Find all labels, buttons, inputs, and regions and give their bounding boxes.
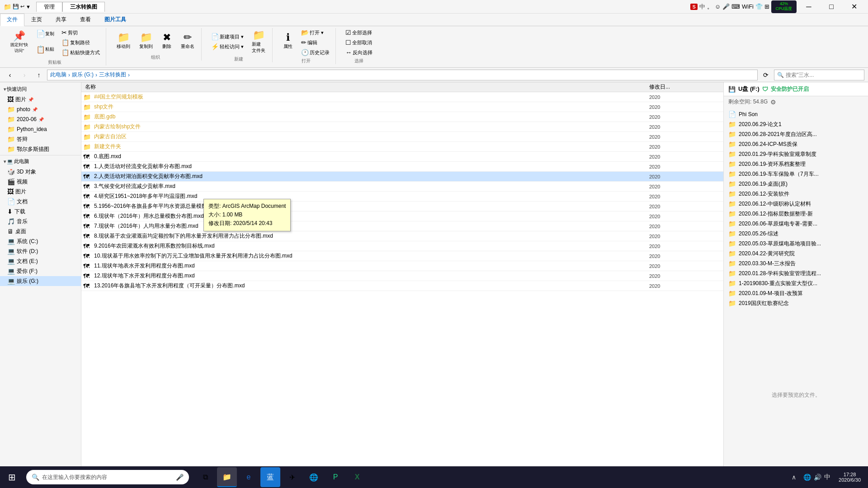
table-row[interactable]: 🗺 9.2016年农田灌溉水有效利用系数控制目标线.mxd 2020 — [81, 241, 723, 251]
edit-button[interactable]: ✏编辑 — [299, 38, 332, 47]
invert-select-button[interactable]: ↔反向选择 — [343, 48, 375, 57]
search-input[interactable] — [786, 72, 861, 78]
taskbar-item-ie[interactable]: e — [239, 467, 259, 487]
table-row[interactable]: 🗺 4.研究区1951~2018年多年平均温湿图.mxd 2020 — [81, 192, 723, 202]
select-all-button[interactable]: ☑全部选择 — [343, 28, 374, 37]
taskbar-item-explorer[interactable]: 📁 — [217, 467, 237, 487]
list-item[interactable]: 📁 2020.06.12-指标层数据整理-新 — [724, 209, 868, 219]
copy-path-button[interactable]: 📋复制路径 — [59, 38, 102, 47]
new-folder-button[interactable]: 📁 新建文件夹 — [249, 28, 269, 55]
taskbar-item-excel[interactable]: X — [347, 467, 367, 487]
up-button[interactable]: ↑ — [33, 70, 45, 80]
sidebar-item-d[interactable]: 💻 软件 (D:) — [0, 246, 81, 256]
taskbar-item-pycharm[interactable]: P — [326, 467, 345, 487]
list-item[interactable]: 📁 2020.05.26-综述 — [724, 229, 868, 239]
list-item[interactable]: 📁 2020.04.22-黄河研究院 — [724, 249, 868, 258]
sidebar-item-python[interactable]: 📁 Python_idea — [0, 124, 81, 134]
table-row[interactable]: 🗺 0.底图.mxd 2020 — [81, 152, 723, 162]
tab-manage[interactable]: 管理 — [36, 2, 62, 12]
copy-button[interactable]: 📄 复制 — [33, 28, 57, 39]
list-item[interactable]: 📁 2020.06.29-论文1 — [724, 119, 868, 129]
list-item[interactable]: 📁 2020.06.28-2021年度自治区高... — [724, 129, 868, 139]
sidebar-item-2020-06[interactable]: 📁 2020-06 📌 — [0, 114, 81, 124]
paste-button[interactable]: 📋 粘贴 — [33, 40, 57, 58]
list-item[interactable]: 📁 2020.06.12-中级职称认定材料 — [724, 199, 868, 209]
open-button[interactable]: 📂打开 ▾ — [299, 28, 332, 37]
list-item[interactable]: 📁 2019国庆红歌赛纪念 — [724, 298, 868, 308]
list-item[interactable]: 📁 2020.06.12-安装软件 — [724, 189, 868, 199]
tab-main[interactable]: 三水转换图 — [62, 2, 105, 12]
sidebar-section-this-pc[interactable]: ▾ 💻 此电脑 — [0, 156, 81, 167]
breadcrumb-folder[interactable]: 三水转换图 — [99, 71, 126, 79]
tab-picture-tools[interactable]: 图片工具 — [98, 14, 133, 26]
deselect-all-button[interactable]: ☐全部取消 — [343, 38, 374, 47]
sidebar-item-docs[interactable]: 📄 文档 — [0, 197, 81, 206]
sidebar-item-g[interactable]: 💻 娱乐 (G:) — [0, 276, 81, 286]
table-row[interactable]: 📁 内蒙古自治区 2020 — [81, 132, 723, 142]
move-to-button[interactable]: 📁 移动到 — [113, 30, 133, 51]
table-row[interactable]: 🗺 11.现状年地表水开发利用程度分布图.mxd 2020 — [81, 261, 723, 271]
tray-expand[interactable]: ∧ — [789, 474, 799, 481]
rename-button[interactable]: ✏ 重命名 — [178, 30, 198, 51]
table-row[interactable]: 🗺 12.现状年地下水开发利用程度分布图.mxd 2020 — [81, 271, 723, 281]
list-item[interactable]: 📁 1-20190830-重点实验室大型仪... — [724, 278, 868, 288]
taskbar-item-app2[interactable]: ✈ — [282, 467, 302, 487]
list-item[interactable]: 📁 2020.06.19-车车保险单（7月车... — [724, 169, 868, 179]
table-row[interactable]: 📁 shp文件 2020 — [81, 102, 723, 112]
volume-icon[interactable]: 🔊 — [814, 474, 821, 481]
maximize-button[interactable]: □ — [821, 0, 842, 14]
list-item[interactable]: 📁 2020.01.29-学科实验室规章制度 — [724, 149, 868, 159]
table-row[interactable]: 📁 底图.gdb 2020 — [81, 112, 723, 122]
sidebar-item-e[interactable]: 💻 文档 (E:) — [0, 256, 81, 266]
column-name[interactable]: 名称 — [83, 83, 649, 91]
list-item[interactable]: 📄 Phi Son — [724, 109, 868, 119]
new-item-button[interactable]: 📄新建项目 ▾ — [209, 32, 246, 41]
table-row[interactable]: 🗺 10.现状基于用水效率控制下的万元工业增加值用水量开发利用潜力占比分布图.m… — [81, 251, 723, 261]
network-icon[interactable]: 🌐 — [803, 474, 811, 481]
list-item[interactable]: 📁 2020.03.30-M-三水报告 — [724, 258, 868, 268]
tab-home[interactable]: 主页 — [24, 14, 49, 26]
pin-quick-access-button[interactable]: 📌 固定到"快访问" — [7, 28, 31, 55]
taskbar-item-app1[interactable]: 蓝 — [260, 467, 280, 487]
properties-button[interactable]: ℹ 属性 — [280, 30, 296, 55]
list-item[interactable]: 📁 2020.06.19-桌面(原) — [724, 179, 868, 189]
paste-shortcut-button[interactable]: 📋粘贴快捷方式 — [59, 48, 102, 57]
list-item[interactable]: 📁 2020.06.06-草原煤电专著-需要... — [724, 219, 868, 229]
ime-icon[interactable]: 中 — [824, 473, 830, 481]
taskbar-search[interactable]: 🔍 在这里输入你要搜索的内容 🎤 — [26, 470, 189, 484]
table-row[interactable]: 🗺 2.人类活动对湖泊面积变化贡献率分布图.mxd 2020 类型: ArcGI… — [81, 172, 723, 182]
close-button[interactable]: ✕ — [844, 0, 864, 14]
table-row[interactable]: 🗺 7.现状年（2016年）人均用水量分布图.mxd 2020 — [81, 221, 723, 231]
list-item[interactable]: 📁 2020.01.09-M-项目-改预算 — [724, 288, 868, 298]
start-button[interactable]: ⊞ — [0, 466, 24, 488]
table-row[interactable]: 🗺 13.2016年各旗县地下水开发利用程度（可开采量）分布图.mxd 2020 — [81, 281, 723, 291]
back-button[interactable]: ‹ — [4, 70, 16, 80]
tab-share[interactable]: 共享 — [49, 14, 73, 26]
address-path[interactable]: 此电脑 › 娱乐 (G:) › 三水转换图 › — [47, 70, 758, 80]
table-row[interactable]: 🗺 5.1956~2016年各旗县多年平均水资源总量模数分布图.mxd 2020 — [81, 202, 723, 211]
table-row[interactable]: 📁 ##国土空间规划模板 2020 — [81, 92, 723, 102]
cut-button[interactable]: ✂剪切 — [59, 28, 102, 37]
column-date[interactable]: 修改日... — [649, 83, 722, 91]
sidebar-item-c[interactable]: 💻 系统 (C:) — [0, 236, 81, 246]
sidebar-item-photo[interactable]: 📁 photo 📌 — [0, 104, 81, 114]
delete-button[interactable]: ✖ 删除 — [159, 30, 175, 51]
table-row[interactable]: 🗺 1.人类活动对径流变化贡献率分布图.mxd 2020 — [81, 162, 723, 172]
minimize-button[interactable]: ─ — [798, 0, 819, 14]
tab-view[interactable]: 查看 — [73, 14, 98, 26]
sidebar-section-quick-access[interactable]: ▾ 快速访问 — [0, 84, 81, 94]
sidebar-item-erdos[interactable]: 📁 鄂尔多斯描图 — [0, 144, 81, 154]
refresh-button[interactable]: ⟳ — [760, 70, 772, 80]
sidebar-item-downloads[interactable]: ⬇ 下载 — [0, 206, 81, 216]
list-item[interactable]: 📁 2020.01.28-学科实验室管理流程... — [724, 268, 868, 278]
microphone-icon[interactable]: 🎤 — [176, 474, 184, 481]
taskbar-item-task-view[interactable]: ⧉ — [195, 467, 215, 487]
sidebar-item-music[interactable]: 🎵 音乐 — [0, 216, 81, 226]
breadcrumb-this-pc[interactable]: 此电脑 — [50, 71, 66, 79]
list-item[interactable]: 📁 2020.06.19-资环系档案整理 — [724, 159, 868, 169]
table-row[interactable]: 📁 新建文件夹 2020 — [81, 142, 723, 152]
copy-to-button[interactable]: 📁 复制到 — [136, 30, 156, 51]
sidebar-item-video[interactable]: 🎬 视频 — [0, 177, 81, 187]
sidebar-item-3d[interactable]: 🎲 3D 对象 — [0, 167, 81, 177]
table-row[interactable]: 🗺 6.现状年（2016年）用水总量模数分布图.mxd 2020 — [81, 211, 723, 221]
